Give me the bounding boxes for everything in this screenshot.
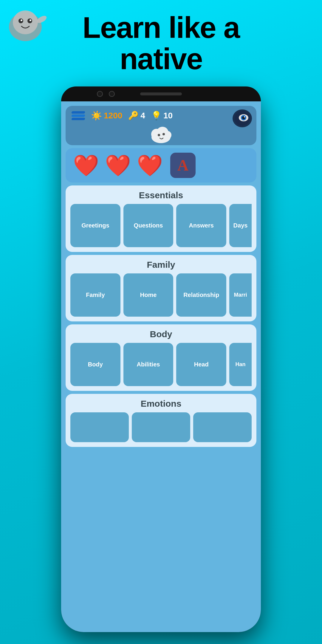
- greetings-label: Greetings: [79, 220, 112, 231]
- topic-tile-body[interactable]: Body: [70, 343, 120, 386]
- topic-tile-family[interactable]: Family: [70, 273, 120, 317]
- answers-label: Answers: [186, 220, 216, 231]
- svg-point-17: [162, 133, 165, 135]
- phone-top-bar: [61, 86, 261, 101]
- topic-tile-emotion-3[interactable]: [193, 412, 252, 442]
- sun-icon: ☀️: [91, 110, 102, 121]
- heart-2: ❤️: [105, 155, 131, 176]
- topic-tile-home[interactable]: Home: [123, 273, 174, 317]
- eye-icon: [234, 110, 250, 127]
- svg-point-1: [13, 10, 38, 34]
- abilities-label: Abilities: [134, 359, 162, 370]
- key-icon: 🔑: [128, 111, 139, 120]
- hands-label-partial: Han: [234, 360, 247, 369]
- phone-screen: ☀️ 1200 🔑 4 💡 10: [61, 101, 261, 632]
- app-header-card: ☀️ 1200 🔑 4 💡 10: [66, 106, 256, 145]
- coins-value: 1200: [104, 111, 122, 120]
- coins-stat: ☀️ 1200: [91, 110, 122, 121]
- topic-tile-days-partial[interactable]: Days: [229, 204, 252, 247]
- headline-line1: Learn like a: [83, 11, 239, 44]
- family-title: Family: [70, 260, 252, 270]
- topic-tile-relationship[interactable]: Relationship: [176, 273, 226, 317]
- topic-tile-marriage-partial[interactable]: Marri: [229, 273, 252, 317]
- family-label: Family: [83, 289, 107, 301]
- days-label: Days: [232, 221, 249, 230]
- svg-point-4: [21, 19, 22, 21]
- hints-value: 10: [163, 111, 173, 120]
- topic-tile-emotion-1[interactable]: [70, 412, 129, 442]
- questions-label: Questions: [131, 220, 165, 231]
- section-family: Family Family Home Relationship Marri: [66, 255, 256, 321]
- letter-badge[interactable]: A: [170, 153, 196, 178]
- body-title: Body: [70, 329, 252, 339]
- section-emotions: Emotions: [66, 394, 256, 447]
- phone-camera-left: [97, 91, 103, 97]
- nav-arrows[interactable]: [72, 111, 85, 120]
- phone-speaker: [140, 92, 182, 95]
- essentials-title: Essentials: [70, 190, 252, 200]
- head-label: Head: [192, 359, 211, 370]
- lives-row: ❤️ ❤️ ❤️ A: [66, 148, 256, 182]
- body-label: Body: [86, 359, 105, 370]
- heart-1: ❤️: [73, 155, 99, 176]
- topic-tile-emotion-2[interactable]: [132, 412, 190, 442]
- topic-tile-greetings[interactable]: Greetings: [70, 204, 120, 247]
- section-body: Body Body Abilities Head Han: [66, 324, 256, 391]
- emotions-title: Emotions: [70, 399, 252, 409]
- topic-tile-abilities[interactable]: Abilities: [123, 343, 174, 386]
- svg-point-11: [244, 116, 245, 117]
- mascot-top-left: [6, 6, 48, 45]
- phone-frame: ☀️ 1200 🔑 4 💡 10: [61, 86, 261, 632]
- section-essentials: Essentials Greetings Questions Answers D…: [66, 185, 256, 252]
- headline: Learn like a native: [0, 0, 322, 75]
- topic-tile-answers[interactable]: Answers: [176, 204, 226, 247]
- home-label: Home: [138, 289, 159, 301]
- hints-stat: 💡 10: [151, 111, 173, 120]
- topic-tile-questions[interactable]: Questions: [123, 204, 174, 247]
- heart-3: ❤️: [137, 155, 163, 176]
- svg-point-16: [158, 134, 160, 136]
- phone-camera-right: [109, 91, 115, 97]
- stats-row: ☀️ 1200 🔑 4 💡 10: [72, 110, 250, 121]
- hint-icon: 💡: [151, 111, 162, 120]
- keys-value: 4: [140, 111, 145, 120]
- headline-line2: native: [120, 42, 202, 75]
- eye-button[interactable]: [233, 109, 252, 127]
- topic-tile-hands-partial[interactable]: Han: [229, 343, 252, 386]
- marriage-label-partial: Marri: [233, 290, 249, 300]
- svg-point-5: [30, 19, 31, 21]
- cloud-mascot: [150, 124, 172, 142]
- relationship-label: Relationship: [181, 289, 222, 301]
- topic-tile-head[interactable]: Head: [176, 343, 226, 386]
- keys-stat: 🔑 4: [128, 111, 145, 120]
